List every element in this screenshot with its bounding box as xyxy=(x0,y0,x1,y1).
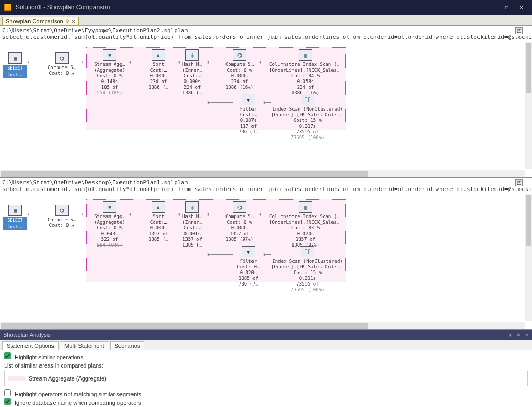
tab-close-icon[interactable]: ✕ xyxy=(71,19,75,24)
pin-icon[interactable]: ⚲ xyxy=(65,19,69,24)
panel-close-icon[interactable]: ✕ xyxy=(525,333,529,338)
plan-bottom-pane[interactable]: C:\Users\Strat\OneDrive\Desktop\Executio… xyxy=(0,178,532,330)
plan-top-sql: select o.customerid, sum(ol.quantity*ol.… xyxy=(2,34,530,40)
compute-icon: ⌬ xyxy=(233,201,246,213)
arrow xyxy=(130,214,138,214)
similar-list-label: List of similar areas in compared plans: xyxy=(4,362,528,369)
tab-showplan-comparison[interactable]: Showplan Comparison ⚲ ✕ xyxy=(2,17,79,25)
panel-dropdown-icon[interactable]: ▾ xyxy=(509,333,512,338)
analysis-panel-title: Showplan Analysis xyxy=(3,332,51,338)
checkbox-ignore-dbname-input[interactable] xyxy=(4,398,11,405)
document-tabs: Showplan Comparison ⚲ ✕ xyxy=(0,15,532,26)
node-select[interactable]: ▦ SELECT Cost:… xyxy=(3,52,27,78)
index-scan-icon: ⌷⌷ xyxy=(301,94,314,105)
hash-match-icon: ⋕ xyxy=(185,49,199,61)
arrow xyxy=(260,62,269,62)
node-columnstore-index-scan[interactable]: ▥ Columnstore Index Scan (No… [OrderLine… xyxy=(269,201,342,248)
plan-bottom-sql: select o.customerid, sum(ol.quantity*ol.… xyxy=(2,186,530,193)
node-compute-scalar[interactable]: ⌬ Compute S… Cost: 0 % xyxy=(42,52,82,76)
plan-top-header: C:\Users\Strat\OneDrive\Εγγραφα\Executio… xyxy=(0,26,532,42)
stream-aggregate-icon: ≣ xyxy=(103,201,116,213)
checkbox-highlight-similar[interactable]: Highlight similar operations xyxy=(4,354,83,360)
compute-icon: ⌬ xyxy=(233,49,246,61)
checkbox-highlight-notmatching-input[interactable] xyxy=(4,389,11,396)
checkbox-highlight-notmatching[interactable]: Highlight operators not matching similar… xyxy=(4,389,528,397)
swatch-icon xyxy=(8,376,25,381)
node-compute-scalar[interactable]: ⌬ Compute S… Cost: 0 % xyxy=(42,205,82,228)
window-title: Solution1 - Showplan Comparison xyxy=(16,4,110,11)
arrow xyxy=(264,254,271,255)
tab-multi-statement[interactable]: Multi Statement xyxy=(60,341,109,350)
arrow xyxy=(82,62,89,62)
arrow xyxy=(28,62,41,62)
node-columnstore-index-scan[interactable]: ▥ Columnstore Index Scan (No… [OrderLine… xyxy=(269,49,342,96)
scrollbar-vertical[interactable] xyxy=(525,42,532,169)
compute-icon: ⌬ xyxy=(55,52,69,64)
scrollbar-horizontal[interactable] xyxy=(0,322,525,329)
minimize-button[interactable]: — xyxy=(485,2,499,12)
hash-match-icon: ⋕ xyxy=(185,201,199,213)
table-icon: ▦ xyxy=(8,52,22,64)
plan-top-pane[interactable]: C:\Users\Strat\OneDrive\Εγγραφα\Executio… xyxy=(0,26,532,178)
arrow xyxy=(130,62,138,62)
maximize-button[interactable]: □ xyxy=(500,2,513,12)
node-stream-aggregate[interactable]: ≣ Stream Agg… (Aggregate) Cost: 0 % 0.04… xyxy=(89,201,130,248)
plan-top-canvas[interactable]: ▦ SELECT Cost:… ⌬ Compute S… Cost: 0 % ≣… xyxy=(0,42,532,178)
arrow xyxy=(208,254,233,255)
node-index-scan[interactable]: ⌷⌷ Index Scan (NonClustered) [Orders].[F… xyxy=(271,94,344,141)
table-icon: ▦ xyxy=(8,205,22,216)
checkbox-ignore-dbname[interactable]: Ignore database name when comparing oper… xyxy=(4,398,528,406)
node-select[interactable]: ▦ SELECT Cost:… xyxy=(3,205,27,230)
scrollbar-horizontal[interactable] xyxy=(0,170,525,177)
panel-pin-icon[interactable]: ⚲ xyxy=(516,333,520,338)
compute-icon: ⌬ xyxy=(55,205,69,216)
tab-statement-options[interactable]: Statement Options xyxy=(2,341,59,350)
analysis-body: Highlight similar operations List of sim… xyxy=(0,350,532,407)
checkbox-highlight-similar-input[interactable] xyxy=(4,352,11,359)
node-sort[interactable]: ⇅ Sort Cost:… 0.000s 1357 of 1385 (… xyxy=(138,201,179,242)
arrow xyxy=(208,102,233,103)
node-sort[interactable]: ⇅ Sort Cost:… 0.000s 234 of 1386 (… xyxy=(138,49,179,90)
analysis-tabs: Statement Options Multi Statement Scenar… xyxy=(0,340,532,350)
node-hash-match[interactable]: ⋕ Hash M… (Inner… Cost:… 0.000s 234 of 1… xyxy=(177,49,208,96)
plan-top-zoom[interactable]: ◳ xyxy=(515,27,523,34)
columnstore-index-icon: ▥ xyxy=(299,201,312,213)
node-compute-scalar-2[interactable]: ⌬ Compute S… Cost: 0 % 0.000s 234 of 138… xyxy=(219,49,260,90)
node-filter[interactable]: ▼ Filter Cost: 0… 0.020s 1085 of 736 (7… xyxy=(233,246,264,287)
arrow xyxy=(264,102,271,103)
arrow xyxy=(28,214,41,214)
node-index-scan[interactable]: ⌷⌷ Index Scan (NonClustered) [Orders].[F… xyxy=(271,246,344,293)
scrollbar-vertical[interactable] xyxy=(525,194,532,321)
node-hash-match[interactable]: ⋕ Hash M… (Inner… Cost:… 0.001s 1357 of … xyxy=(177,201,208,248)
arrow xyxy=(82,214,89,214)
index-scan-icon: ⌷⌷ xyxy=(301,246,314,257)
filter-icon: ▼ xyxy=(242,246,255,257)
plan-bottom-canvas[interactable]: ▦ SELECT Cost:… ⌬ Compute S… Cost: 0 % ≣… xyxy=(0,194,532,330)
app-icon xyxy=(4,4,11,11)
arrow xyxy=(208,62,219,62)
plan-top-path: C:\Users\Strat\OneDrive\Εγγραφα\Executio… xyxy=(2,27,530,34)
analysis-panel-header[interactable]: Showplan Analysis ▾ ⚲ ✕ xyxy=(0,330,532,340)
plan-bottom-path: C:\Users\Strat\OneDrive\Desktop\Executio… xyxy=(2,179,530,186)
similar-list[interactable]: Stream Aggregate (Aggregate) xyxy=(4,371,528,386)
close-button[interactable]: ✕ xyxy=(514,2,528,12)
columnstore-index-icon: ▥ xyxy=(299,49,312,61)
tab-scenarios[interactable]: Scenarios xyxy=(110,341,145,350)
filter-icon: ▼ xyxy=(242,94,255,105)
arrow xyxy=(260,214,269,214)
plan-bottom-header: C:\Users\Strat\OneDrive\Desktop\Executio… xyxy=(0,178,532,194)
analysis-panel: Statement Options Multi Statement Scenar… xyxy=(0,340,532,407)
comparison-area: C:\Users\Strat\OneDrive\Εγγραφα\Executio… xyxy=(0,26,532,330)
titlebar: Solution1 - Showplan Comparison — □ ✕ xyxy=(0,0,532,15)
similar-item[interactable]: Stream Aggregate (Aggregate) xyxy=(29,375,107,382)
plan-bottom-zoom[interactable]: ◳ xyxy=(515,179,523,186)
sort-icon: ⇅ xyxy=(152,201,165,213)
stream-aggregate-icon: ≣ xyxy=(103,49,116,61)
arrow xyxy=(208,214,219,214)
tab-label: Showplan Comparison xyxy=(6,18,63,24)
sort-icon: ⇅ xyxy=(152,49,165,61)
node-filter[interactable]: ▼ Filter Cost:… 0.087s 117 of 736 (1… xyxy=(233,94,264,135)
node-compute-scalar-2[interactable]: ⌬ Compute S… Cost: 0 % 0.000s 1357 of 13… xyxy=(219,201,260,242)
node-stream-aggregate[interactable]: ≣ Stream Agg… (Aggregate) Cost: 0 % 0.14… xyxy=(89,49,130,96)
